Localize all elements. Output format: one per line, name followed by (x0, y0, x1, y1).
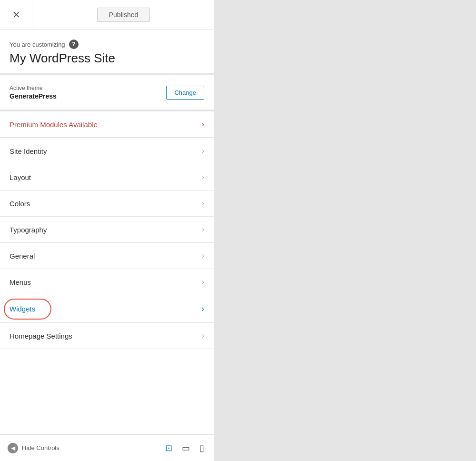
menus-label: Menus (10, 278, 31, 286)
customizing-label: You are customizing ? (10, 40, 204, 49)
hide-controls-arrow-icon: ◀ (8, 443, 18, 453)
widgets-label: Widgets (10, 305, 35, 313)
sidebar-content: You are customizing ? My WordPress Site … (0, 30, 214, 434)
menu-item-typography[interactable]: Typography › (0, 217, 214, 243)
menu-item-colors[interactable]: Colors › (0, 190, 214, 217)
chevron-icon-typography: › (202, 225, 204, 234)
hide-controls-label: Hide Controls (22, 444, 60, 451)
published-button[interactable]: Published (97, 8, 150, 22)
premium-label: Premium Modules Available (10, 120, 98, 129)
theme-name: GeneratePress (10, 92, 57, 100)
layout-label: Layout (10, 173, 31, 181)
site-identity-label: Site Identity (10, 147, 47, 155)
chevron-icon-site-identity: › (202, 147, 204, 155)
homepage-settings-label: Homepage Settings (10, 332, 72, 340)
bottom-bar: ◀ Hide Controls ⊡ ▭ ▯ (0, 434, 214, 461)
typography-label: Typography (10, 226, 47, 234)
top-bar: ✕ Published (0, 0, 214, 30)
tablet-icon[interactable]: ▭ (180, 441, 192, 455)
published-button-wrap: Published (33, 8, 214, 22)
active-theme-section: Active theme GeneratePress Change (0, 75, 214, 111)
customizer-sidebar: ✕ Published You are customizing ? My Wor… (0, 0, 214, 461)
chevron-icon-colors: › (202, 199, 204, 208)
theme-info: Active theme GeneratePress (10, 85, 57, 100)
close-button-wrap: ✕ (0, 0, 33, 30)
menu-item-homepage-settings[interactable]: Homepage Settings › (0, 323, 214, 349)
site-name: My WordPress Site (10, 51, 204, 66)
hide-controls-button[interactable]: ◀ Hide Controls (8, 443, 60, 453)
site-info-section: You are customizing ? My WordPress Site (0, 30, 214, 75)
menu-item-widgets[interactable]: Widgets › (0, 295, 214, 323)
chevron-icon-premium: › (202, 120, 204, 129)
customizing-text: You are customizing (10, 41, 65, 48)
menu-item-site-identity[interactable]: Site Identity › (0, 138, 214, 164)
mobile-icon[interactable]: ▯ (198, 441, 206, 455)
menu-item-menus[interactable]: Menus › (0, 269, 214, 295)
preview-area (214, 0, 476, 461)
desktop-icon[interactable]: ⊡ (163, 441, 174, 455)
chevron-icon-layout: › (202, 173, 204, 181)
chevron-icon-menus: › (202, 278, 204, 286)
menu-item-general[interactable]: General › (0, 243, 214, 269)
close-button[interactable]: ✕ (12, 10, 20, 20)
menu-item-layout[interactable]: Layout › (0, 164, 214, 190)
general-label: General (10, 252, 35, 260)
chevron-icon-general: › (202, 251, 204, 260)
customizer-menu: Premium Modules Available › Site Identit… (0, 111, 214, 349)
chevron-icon-homepage: › (202, 331, 204, 340)
device-icons-group: ⊡ ▭ ▯ (163, 441, 206, 455)
change-theme-button[interactable]: Change (166, 86, 204, 100)
help-icon[interactable]: ? (69, 40, 79, 49)
colors-label: Colors (10, 200, 30, 208)
chevron-icon-widgets: › (201, 304, 204, 314)
menu-item-premium[interactable]: Premium Modules Available › (0, 111, 214, 138)
theme-info-label: Active theme (10, 85, 57, 91)
